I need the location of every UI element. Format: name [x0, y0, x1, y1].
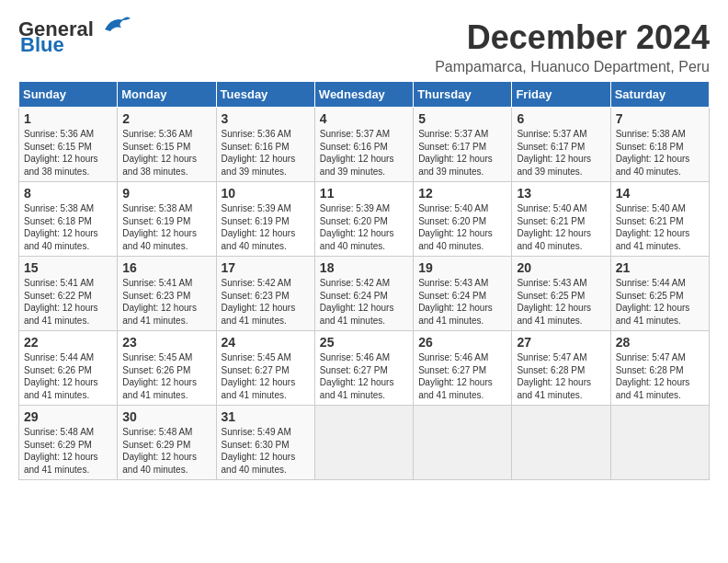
calendar-cell: 10Sunrise: 5:39 AM Sunset: 6:19 PM Dayli…	[216, 182, 314, 257]
day-number: 6	[517, 111, 605, 126]
column-header-sunday: Sunday	[19, 82, 118, 108]
day-info: Sunrise: 5:36 AM Sunset: 6:15 PM Dayligh…	[122, 128, 210, 178]
calendar-cell: 21Sunrise: 5:44 AM Sunset: 6:25 PM Dayli…	[610, 257, 709, 331]
day-info: Sunrise: 5:38 AM Sunset: 6:19 PM Dayligh…	[122, 202, 210, 252]
column-header-tuesday: Tuesday	[216, 82, 314, 108]
day-info: Sunrise: 5:40 AM Sunset: 6:21 PM Dayligh…	[616, 202, 704, 252]
calendar-cell: 31Sunrise: 5:49 AM Sunset: 6:30 PM Dayli…	[216, 406, 314, 480]
calendar-week-3: 15Sunrise: 5:41 AM Sunset: 6:22 PM Dayli…	[19, 257, 710, 331]
calendar-cell: 9Sunrise: 5:38 AM Sunset: 6:19 PM Daylig…	[118, 182, 216, 257]
calendar-cell: 11Sunrise: 5:39 AM Sunset: 6:20 PM Dayli…	[314, 182, 413, 257]
day-number: 5	[418, 111, 506, 126]
day-info: Sunrise: 5:42 AM Sunset: 6:23 PM Dayligh…	[222, 277, 310, 327]
calendar-week-1: 1Sunrise: 5:36 AM Sunset: 6:15 PM Daylig…	[19, 108, 710, 182]
calendar-cell: 25Sunrise: 5:46 AM Sunset: 6:27 PM Dayli…	[314, 331, 413, 406]
day-number: 11	[320, 186, 408, 201]
day-info: Sunrise: 5:48 AM Sunset: 6:29 PM Dayligh…	[24, 426, 112, 476]
calendar-cell: 30Sunrise: 5:48 AM Sunset: 6:29 PM Dayli…	[118, 406, 216, 480]
calendar-cell: 3Sunrise: 5:36 AM Sunset: 6:16 PM Daylig…	[216, 108, 314, 182]
calendar-cell	[414, 406, 512, 480]
day-info: Sunrise: 5:47 AM Sunset: 6:28 PM Dayligh…	[517, 351, 605, 401]
header: General Blue December 2024 Pampamarca, H…	[18, 18, 710, 75]
day-info: Sunrise: 5:38 AM Sunset: 6:18 PM Dayligh…	[616, 128, 704, 178]
calendar-cell: 23Sunrise: 5:45 AM Sunset: 6:26 PM Dayli…	[118, 331, 216, 406]
day-info: Sunrise: 5:45 AM Sunset: 6:26 PM Dayligh…	[122, 351, 210, 401]
day-info: Sunrise: 5:49 AM Sunset: 6:30 PM Dayligh…	[222, 426, 310, 476]
day-number: 23	[122, 335, 210, 350]
day-number: 4	[320, 111, 408, 126]
day-info: Sunrise: 5:46 AM Sunset: 6:27 PM Dayligh…	[418, 351, 506, 401]
calendar-cell: 15Sunrise: 5:41 AM Sunset: 6:22 PM Dayli…	[19, 257, 118, 331]
calendar-cell	[314, 406, 413, 480]
column-header-wednesday: Wednesday	[314, 82, 413, 108]
day-number: 16	[122, 260, 210, 275]
day-number: 26	[418, 335, 506, 350]
day-number: 29	[24, 409, 112, 424]
day-info: Sunrise: 5:48 AM Sunset: 6:29 PM Dayligh…	[122, 426, 210, 476]
calendar-cell: 26Sunrise: 5:46 AM Sunset: 6:27 PM Dayli…	[414, 331, 512, 406]
day-number: 12	[418, 186, 506, 201]
day-info: Sunrise: 5:41 AM Sunset: 6:22 PM Dayligh…	[24, 277, 112, 327]
day-info: Sunrise: 5:41 AM Sunset: 6:23 PM Dayligh…	[122, 277, 210, 327]
calendar-cell: 19Sunrise: 5:43 AM Sunset: 6:24 PM Dayli…	[414, 257, 512, 331]
day-info: Sunrise: 5:40 AM Sunset: 6:21 PM Dayligh…	[517, 202, 605, 252]
calendar-cell	[610, 406, 709, 480]
column-header-saturday: Saturday	[610, 82, 709, 108]
day-number: 20	[517, 260, 605, 275]
calendar-cell: 13Sunrise: 5:40 AM Sunset: 6:21 PM Dayli…	[512, 182, 610, 257]
calendar-table: SundayMondayTuesdayWednesdayThursdayFrid…	[18, 81, 710, 480]
day-info: Sunrise: 5:39 AM Sunset: 6:20 PM Dayligh…	[320, 202, 408, 252]
calendar-cell: 16Sunrise: 5:41 AM Sunset: 6:23 PM Dayli…	[118, 257, 216, 331]
calendar-title: December 2024	[435, 18, 710, 57]
column-header-friday: Friday	[512, 82, 610, 108]
day-number: 28	[616, 335, 704, 350]
calendar-week-5: 29Sunrise: 5:48 AM Sunset: 6:29 PM Dayli…	[19, 406, 710, 480]
calendar-cell: 17Sunrise: 5:42 AM Sunset: 6:23 PM Dayli…	[216, 257, 314, 331]
day-number: 19	[418, 260, 506, 275]
day-number: 8	[24, 186, 112, 201]
calendar-body: 1Sunrise: 5:36 AM Sunset: 6:15 PM Daylig…	[19, 108, 710, 480]
day-info: Sunrise: 5:47 AM Sunset: 6:28 PM Dayligh…	[616, 351, 704, 401]
calendar-cell: 20Sunrise: 5:43 AM Sunset: 6:25 PM Dayli…	[512, 257, 610, 331]
day-number: 15	[24, 260, 112, 275]
calendar-subtitle: Pampamarca, Huanuco Department, Peru	[435, 59, 710, 75]
calendar-week-4: 22Sunrise: 5:44 AM Sunset: 6:26 PM Dayli…	[19, 331, 710, 406]
day-info: Sunrise: 5:39 AM Sunset: 6:19 PM Dayligh…	[222, 202, 310, 252]
calendar-cell: 6Sunrise: 5:37 AM Sunset: 6:17 PM Daylig…	[512, 108, 610, 182]
calendar-cell: 4Sunrise: 5:37 AM Sunset: 6:16 PM Daylig…	[314, 108, 413, 182]
calendar-cell: 29Sunrise: 5:48 AM Sunset: 6:29 PM Dayli…	[19, 406, 118, 480]
calendar-cell: 28Sunrise: 5:47 AM Sunset: 6:28 PM Dayli…	[610, 331, 709, 406]
calendar-cell: 2Sunrise: 5:36 AM Sunset: 6:15 PM Daylig…	[118, 108, 216, 182]
day-number: 2	[122, 111, 210, 126]
logo-blue: Blue	[20, 33, 64, 57]
day-number: 30	[122, 409, 210, 424]
day-number: 18	[320, 260, 408, 275]
day-number: 9	[122, 186, 210, 201]
day-number: 17	[222, 260, 310, 275]
day-info: Sunrise: 5:37 AM Sunset: 6:17 PM Dayligh…	[418, 128, 506, 178]
day-number: 24	[222, 335, 310, 350]
calendar-cell: 14Sunrise: 5:40 AM Sunset: 6:21 PM Dayli…	[610, 182, 709, 257]
day-number: 10	[222, 186, 310, 201]
calendar-cell: 7Sunrise: 5:38 AM Sunset: 6:18 PM Daylig…	[610, 108, 709, 182]
day-number: 3	[222, 111, 310, 126]
day-info: Sunrise: 5:46 AM Sunset: 6:27 PM Dayligh…	[320, 351, 408, 401]
calendar-cell: 27Sunrise: 5:47 AM Sunset: 6:28 PM Dayli…	[512, 331, 610, 406]
day-number: 1	[24, 111, 112, 126]
calendar-cell	[512, 406, 610, 480]
day-info: Sunrise: 5:37 AM Sunset: 6:16 PM Dayligh…	[320, 128, 408, 178]
column-header-monday: Monday	[118, 82, 216, 108]
day-info: Sunrise: 5:42 AM Sunset: 6:24 PM Dayligh…	[320, 277, 408, 327]
day-number: 31	[222, 409, 310, 424]
calendar-header-row: SundayMondayTuesdayWednesdayThursdayFrid…	[19, 82, 710, 108]
day-info: Sunrise: 5:43 AM Sunset: 6:24 PM Dayligh…	[418, 277, 506, 327]
day-info: Sunrise: 5:40 AM Sunset: 6:20 PM Dayligh…	[418, 202, 506, 252]
title-area: December 2024 Pampamarca, Huanuco Depart…	[435, 18, 710, 75]
calendar-cell: 24Sunrise: 5:45 AM Sunset: 6:27 PM Dayli…	[216, 331, 314, 406]
day-number: 22	[24, 335, 112, 350]
day-info: Sunrise: 5:43 AM Sunset: 6:25 PM Dayligh…	[517, 277, 605, 327]
day-info: Sunrise: 5:36 AM Sunset: 6:15 PM Dayligh…	[24, 128, 112, 178]
day-number: 14	[616, 186, 704, 201]
day-number: 7	[616, 111, 704, 126]
day-info: Sunrise: 5:45 AM Sunset: 6:27 PM Dayligh…	[222, 351, 310, 401]
